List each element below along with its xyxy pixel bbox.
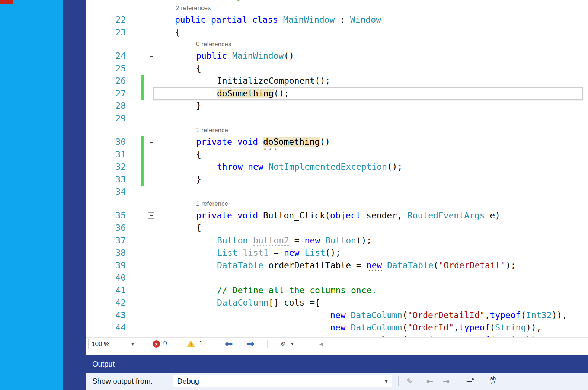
code-line-29[interactable]: 29 [86,112,588,125]
fold-margin[interactable] [147,136,156,148]
code-text: /// </summary> [175,0,247,3]
warning-count: 1 [199,340,202,347]
warning-icon[interactable]: ! [187,340,195,348]
change-tracking-empty [141,297,144,309]
navigate-back-icon[interactable]: ← [225,338,233,351]
change-tracking-empty [141,272,144,284]
code-text: DataTable orderDetailTable = new DataTab… [217,259,516,272]
collapse-box-icon[interactable] [148,300,154,306]
code-lines[interactable]: /// </summary>2 references22public parti… [86,0,588,337]
fold-margin [147,284,156,297]
hscroll-left-arrow-icon[interactable]: ◀ [319,341,323,347]
code-line-27[interactable]: 27doSomething(); [86,87,588,100]
next-message-icon[interactable]: ⇥ [440,375,453,387]
output-source-select[interactable]: Debug ▼ [173,375,392,387]
word-wrap-icon[interactable]: ab ↵ [487,375,499,387]
change-tracking-empty [141,50,144,63]
find-message-icon[interactable]: ✎ [403,375,416,387]
quick-actions-dots-icon[interactable]: ... [263,143,278,152]
line-number: 42 [86,297,126,309]
code-line-25[interactable]: 25{ [86,63,588,75]
line-number: 39 [86,259,126,272]
error-icon[interactable]: × [153,340,160,348]
code-line-31[interactable]: 31{ [86,148,588,161]
fold-margin [147,75,156,87]
fold-margin [147,186,156,198]
collapse-box-icon[interactable] [148,53,154,59]
vs-window: /// </summary>2 references22public parti… [0,0,588,390]
code-text: { [175,26,180,39]
code-line-42[interactable]: 42DataColumn[] cols ={ [86,297,588,309]
code-text: public MainWindow() [196,50,294,63]
output-panel-header[interactable]: Output [86,355,588,373]
vs-window-edge [63,0,86,390]
codelens-indicator[interactable]: 1 reference [86,125,588,136]
code-text: doSomething(); [217,87,289,100]
code-text: { [196,148,201,161]
error-count: 0 [163,340,167,347]
line-number: 27 [86,87,126,100]
line-number: 24 [86,50,126,63]
change-tracking-bar [141,136,144,148]
code-text: InitializeComponent(); [217,75,330,87]
code-line-36[interactable]: 36{ [86,222,588,234]
fold-margin [147,322,156,334]
fold-margin [147,222,156,234]
line-number: 45 [86,334,126,338]
code-line-40[interactable]: 40 [86,272,588,284]
code-line-28[interactable]: 28} [86,100,588,112]
chevron-down-icon[interactable]: ▼ [291,342,294,346]
code-line-41[interactable]: 41// Define all the columns once. [86,284,588,297]
codelens-indicator[interactable]: 0 references [86,39,588,50]
code-line-35[interactable]: 35private void Button_Click(object sende… [86,210,588,222]
code-line-26[interactable]: 26InitializeComponent(); [86,75,588,87]
fold-margin[interactable] [147,210,156,222]
navigate-forward-icon[interactable]: → [246,338,255,351]
code-line-34[interactable]: 34 [86,186,588,198]
fold-margin[interactable] [147,14,156,26]
code-text: new DataColumn("Product",typeof(String))… [330,334,541,338]
code-line-23[interactable]: 23{ [86,26,588,39]
output-toolbar: Show output from: Debug ▼ ✎ ⇤ ⇥ ≡ × ab ↵ [86,373,588,390]
change-tracking-empty [141,0,144,3]
fold-margin [147,259,156,272]
code-line-37[interactable]: 37Button button2 = new Button(); [86,234,588,247]
collapse-box-icon[interactable] [148,139,154,145]
code-editor[interactable]: /// </summary>2 references22public parti… [86,0,588,337]
collapse-box-icon[interactable] [148,17,154,23]
clear-all-icon[interactable]: ≡ × [463,375,476,387]
line-number: 44 [86,322,126,334]
code-text: new DataColumn("OrderDetailId",typeof(In… [330,309,567,322]
code-line-38[interactable]: 38List list1 = new List(); [86,247,588,259]
change-tracking-empty [141,186,144,198]
fold-margin[interactable] [147,50,156,63]
chevron-down-icon: ▼ [385,379,388,384]
fold-margin [147,112,156,125]
code-line-33[interactable]: 33} [86,173,588,186]
change-tracking-empty [141,210,144,222]
code-line-44[interactable]: 44new DataColumn("OrderId",typeof(String… [86,322,588,334]
fold-margin [147,0,156,3]
code-line-30[interactable]: 30private void doSomething() [86,136,588,148]
line-number: 26 [86,75,126,87]
collapse-box-icon[interactable] [148,212,154,219]
code-line-39[interactable]: 39DataTable orderDetailTable = new DataT… [86,259,588,272]
code-line-22[interactable]: 22public partial class MainWindow : Wind… [86,14,588,26]
change-tracking-bar [141,173,144,186]
codelens-indicator[interactable]: 1 reference [86,198,588,210]
code-line-43[interactable]: 43new DataColumn("OrderDetailId",typeof(… [86,309,588,322]
code-line-32[interactable]: 32throw new NotImplementedException(); [86,161,588,173]
code-line-partial[interactable]: /// </summary> [86,0,588,3]
line-number: 41 [86,284,126,297]
zoom-select[interactable]: 100 % ▼ [88,339,137,349]
line-number: 33 [86,173,126,186]
highlight-marker-icon[interactable]: ✎ [277,341,288,348]
code-line-45[interactable]: 45new DataColumn("Product",typeof(String… [86,334,588,338]
previous-message-icon[interactable]: ⇤ [424,375,436,387]
line-number: 29 [86,112,126,125]
fold-margin[interactable] [147,297,156,309]
show-output-from-label: Show output from: [92,373,153,390]
code-line-24[interactable]: 24public MainWindow() [86,50,588,63]
codelens-indicator[interactable]: 2 references [86,3,588,14]
output-source-value: Debug [177,377,199,386]
